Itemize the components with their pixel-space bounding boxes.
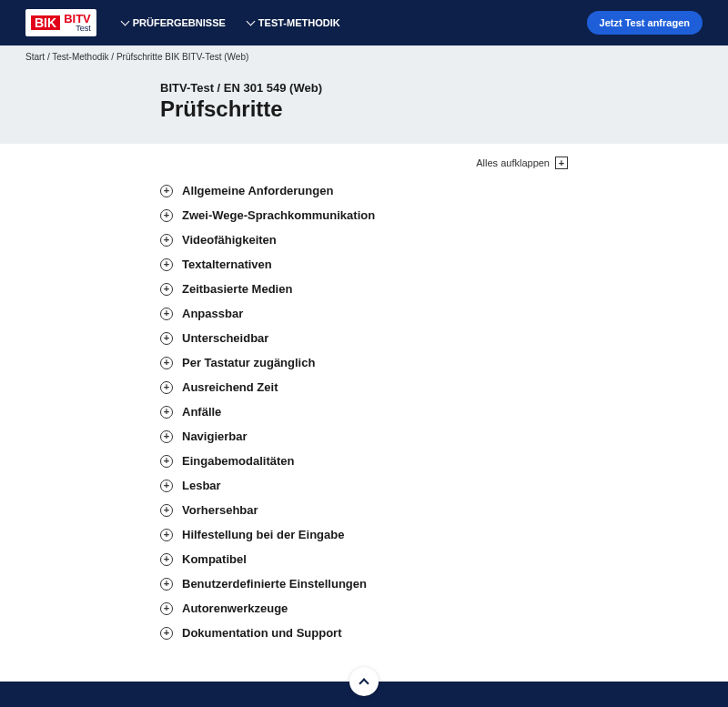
step-item[interactable]: Videofähigkeiten — [160, 227, 568, 252]
expand-icon — [160, 308, 173, 320]
step-item[interactable]: Anfälle — [160, 399, 568, 424]
step-item[interactable]: Lesbar — [160, 473, 568, 498]
logo[interactable]: BIK BITV Test — [25, 9, 96, 36]
step-label: Zwei-Wege-Sprachkommunikation — [182, 208, 375, 222]
step-item[interactable]: Anpassbar — [160, 301, 568, 326]
cta-button[interactable]: Jetzt Test anfragen — [587, 11, 703, 35]
expand-icon — [160, 357, 173, 369]
crumb-current: Prüfschritte BIK BITV-Test (Web) — [116, 52, 248, 62]
step-label: Anfälle — [182, 405, 221, 419]
expand-icon — [160, 381, 173, 394]
breadcrumb: Start / Test-Methodik / Prüfschritte BIK… — [0, 45, 728, 68]
expand-icon — [160, 504, 173, 517]
arrow-up-icon — [359, 678, 369, 688]
step-label: Autorenwerkzeuge — [182, 601, 288, 615]
plus-box-icon: + — [555, 157, 568, 169]
expand-icon — [160, 209, 173, 222]
step-item[interactable]: Zwei-Wege-Sprachkommunikation — [160, 203, 568, 227]
step-item[interactable]: Autorenwerkzeuge — [160, 596, 568, 621]
expand-icon — [160, 627, 173, 640]
step-item[interactable]: Hilfestellung bei der Eingabe — [160, 522, 568, 547]
nav-label: PRÜFERGEBNISSE — [133, 17, 226, 28]
step-item[interactable]: Unterscheidbar — [160, 326, 568, 350]
expand-icon — [160, 234, 173, 247]
chevron-down-icon — [246, 17, 255, 26]
expand-all-button[interactable]: Alles aufklappen + — [160, 144, 568, 178]
step-item[interactable]: Dokumentation und Support — [160, 621, 568, 645]
expand-icon — [160, 406, 173, 419]
step-item[interactable]: Textalternativen — [160, 252, 568, 277]
step-label: Per Tastatur zugänglich — [182, 356, 315, 369]
step-label: Benutzerdefinierte Einstellungen — [182, 577, 367, 591]
expand-icon — [160, 332, 173, 345]
step-label: Kompatibel — [182, 552, 247, 566]
expand-icon — [160, 258, 173, 271]
step-label: Hilfestellung bei der Eingabe — [182, 528, 344, 541]
chevron-down-icon — [120, 17, 129, 26]
expand-icon — [160, 185, 173, 197]
step-label: Allgemeine Anforderungen — [182, 184, 333, 197]
expand-icon — [160, 480, 173, 492]
step-label: Eingabemodalitäten — [182, 454, 295, 468]
step-label: Unterscheidbar — [182, 331, 268, 345]
page-title: Prüfschritte — [160, 96, 568, 122]
pretitle: BITV-Test / EN 301 549 (Web) — [160, 81, 568, 95]
top-bar: BIK BITV Test PRÜFERGEBNISSE TEST-METHOD… — [0, 0, 728, 45]
hero: BITV-Test / EN 301 549 (Web) Prüfschritt… — [0, 68, 728, 144]
step-label: Vorhersehbar — [182, 503, 258, 517]
logo-bik: BIK — [31, 15, 60, 30]
step-item[interactable]: Kompatibel — [160, 547, 568, 571]
expand-icon — [160, 529, 173, 541]
logo-test: Test — [64, 25, 91, 33]
nav-label: TEST-METHODIK — [258, 17, 340, 28]
step-label: Zeitbasierte Medien — [182, 282, 292, 296]
expand-icon — [160, 283, 173, 296]
step-item[interactable]: Zeitbasierte Medien — [160, 277, 568, 301]
step-item[interactable]: Vorhersehbar — [160, 498, 568, 522]
step-label: Dokumentation und Support — [182, 626, 341, 640]
step-label: Navigierbar — [182, 429, 248, 443]
footer: BIK BITV Test Kontakt Erklärung zur Barr… — [0, 682, 728, 707]
step-item[interactable]: Benutzerdefinierte Einstellungen — [160, 571, 568, 596]
step-item[interactable]: Eingabemodalitäten — [160, 449, 568, 473]
expand-icon — [160, 578, 173, 591]
expand-icon — [160, 553, 173, 566]
expand-icon — [160, 602, 173, 615]
expand-all-label: Alles aufklappen — [476, 157, 550, 168]
expand-icon — [160, 430, 173, 443]
nav-pruefergebnisse[interactable]: PRÜFERGEBNISSE — [122, 17, 226, 28]
steps-list: Allgemeine AnforderungenZwei-Wege-Sprach… — [160, 178, 568, 682]
step-item[interactable]: Allgemeine Anforderungen — [160, 178, 568, 203]
expand-icon — [160, 455, 173, 468]
step-label: Ausreichend Zeit — [182, 380, 278, 394]
step-label: Textalternativen — [182, 258, 272, 271]
step-label: Anpassbar — [182, 307, 243, 320]
step-label: Videofähigkeiten — [182, 233, 277, 247]
step-item[interactable]: Navigierbar — [160, 424, 568, 449]
crumb-start[interactable]: Start — [25, 52, 45, 62]
crumb-methodik[interactable]: Test-Methodik — [52, 52, 108, 62]
step-label: Lesbar — [182, 479, 221, 492]
step-item[interactable]: Ausreichend Zeit — [160, 375, 568, 399]
nav-test-methodik[interactable]: TEST-METHODIK — [248, 17, 340, 28]
step-item[interactable]: Per Tastatur zugänglich — [160, 350, 568, 375]
main: Alles aufklappen + Allgemeine Anforderun… — [146, 144, 582, 682]
scroll-top-button[interactable] — [349, 667, 379, 696]
main-nav: PRÜFERGEBNISSE TEST-METHODIK — [122, 17, 561, 28]
